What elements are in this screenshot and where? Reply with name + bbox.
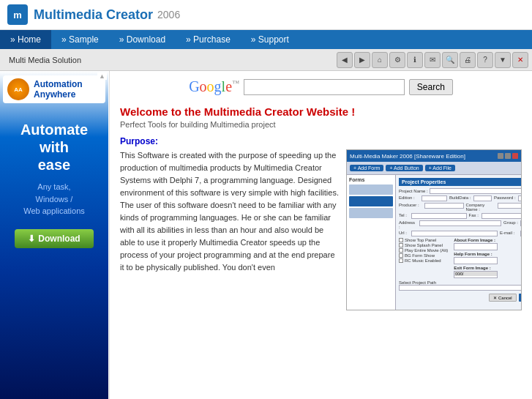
ad-sub-text: Any task,Windows /Web applications: [23, 181, 85, 217]
sw-password-field[interactable]: [518, 195, 522, 201]
sw-checkbox-row-5: RC Music Enabled: [399, 258, 448, 263]
content-pane: Google™ Search Welcome to the Multimedia…: [110, 71, 532, 399]
sw-show-splash-checkbox[interactable]: [399, 243, 403, 247]
google-search-button[interactable]: Search: [409, 79, 453, 95]
sw-tel-label: Tel :: [399, 213, 409, 219]
sw-edition-field[interactable]: [422, 195, 447, 201]
ad-banner: ▲ AA Automation Anywhere Automatewitheas…: [0, 71, 108, 399]
sw-close-icon: [512, 153, 518, 159]
sw-forms-panel: Forms: [347, 175, 396, 310]
welcome-sub: Perfect Tools for building Multimedia pr…: [120, 120, 522, 129]
down-button[interactable]: ▼: [495, 52, 511, 68]
ad-center-text: Automatewithease: [20, 121, 88, 174]
nav-download[interactable]: » Download: [109, 30, 176, 49]
title-bar: m Multimedia Creator 2006: [0, 0, 532, 30]
main-area: ▲ AA Automation Anywhere Automatewitheas…: [0, 71, 532, 399]
sw-checkbox-row-3: Play Entire Movie (Alt): [399, 248, 448, 253]
sw-ok-button[interactable]: ✓ Ok: [519, 294, 522, 302]
nav-sample[interactable]: » Sample: [51, 30, 109, 49]
content-body: This Software is created with the purpos…: [120, 149, 522, 310]
nav-bar: » Home » Sample » Download » Purchase » …: [0, 30, 532, 49]
sw-bg-form-checkbox[interactable]: [399, 253, 403, 258]
sw-add-form-btn[interactable]: + Add Form: [350, 165, 383, 171]
sw-path-field[interactable]: [399, 285, 522, 291]
sw-form-item[interactable]: [349, 184, 393, 195]
help-button[interactable]: ?: [477, 52, 493, 68]
ad-download-button[interactable]: ⬇ Download: [15, 229, 93, 248]
sw-producer-field[interactable]: [424, 203, 464, 209]
sw-max-icon: [505, 153, 511, 159]
sw-music-checkbox[interactable]: [399, 258, 403, 263]
sw-builddate-field[interactable]: [473, 195, 492, 201]
sw-title-text: Multi-Media Maker 2006 [Shareware Editio…: [350, 153, 465, 160]
info-button[interactable]: ℹ: [407, 52, 423, 68]
google-search-input[interactable]: [244, 79, 405, 95]
sw-exit-image-field[interactable]: 00/0/: [454, 271, 498, 278]
sw-panel-title: Forms: [349, 177, 393, 182]
sw-company-field[interactable]: [498, 203, 522, 209]
sw-about-label: About Form Image :: [454, 238, 498, 242]
sw-properties-title: Project Properties: [399, 178, 522, 186]
nav-home[interactable]: » Home: [0, 30, 51, 49]
sw-email-field[interactable]: 00/0/: [520, 231, 522, 236]
sw-action-buttons: ✕ Cancel ✓ Ok: [399, 294, 522, 302]
sw-exit-label: Exit Form Image :: [454, 266, 498, 270]
sw-password-label: Password :: [494, 195, 516, 201]
app-year: 2006: [157, 9, 180, 20]
print-button[interactable]: 🖨: [460, 52, 476, 68]
ad-corner[interactable]: ▲: [97, 72, 107, 80]
ad-brand: Automation Anywhere: [34, 79, 83, 100]
settings-button[interactable]: ⚙: [389, 52, 405, 68]
sw-about-image-field[interactable]: [454, 243, 498, 250]
sw-edition-label: Edition :: [399, 195, 419, 201]
app-logo: m: [7, 4, 28, 25]
software-screenshot: Multi-Media Maker 2006 [Shareware Editio…: [346, 149, 522, 310]
sw-tel-field[interactable]: [411, 213, 467, 219]
ad-logo: AA: [7, 78, 29, 100]
sw-properties-panel: Project Properties Project Name : Editio…: [396, 175, 522, 310]
nav-support[interactable]: » Support: [241, 30, 299, 49]
sw-company-label: Company Name :: [466, 203, 495, 212]
sw-form-item-selected[interactable]: [349, 196, 393, 206]
sw-min-icon: [498, 153, 503, 159]
sw-toolbar: + Add Form + Add Button + Add File: [347, 162, 521, 175]
ad-top: AA Automation Anywhere: [3, 75, 105, 103]
sw-checkbox-row-2: Show Splash Panel: [399, 243, 448, 247]
google-search-bar: Google™ Search: [120, 78, 522, 95]
sw-address-label: Address :: [399, 220, 417, 229]
sw-address-field[interactable]: [419, 220, 501, 226]
sw-help-label: Help Form Image :: [454, 252, 498, 256]
close-button[interactable]: ✕: [512, 52, 528, 68]
nav-purchase[interactable]: » Purchase: [176, 30, 241, 49]
purpose-label: Purpose:: [120, 136, 522, 146]
welcome-heading: Welcome to the Multimedia Creator Websit…: [120, 105, 522, 118]
sw-proj-name-field[interactable]: [430, 188, 522, 194]
sw-group-field[interactable]: [520, 220, 522, 226]
sw-add-button-btn[interactable]: + Add Button: [386, 165, 422, 171]
sw-body: Forms Project Properties Project Name : …: [347, 175, 521, 310]
sw-group-label: Group :: [503, 220, 518, 229]
sw-form-item-2[interactable]: [349, 208, 393, 218]
sw-add-file-btn[interactable]: + Add File: [425, 165, 455, 171]
back-button[interactable]: ◀: [337, 52, 353, 68]
download-arrow-icon: ⬇: [28, 234, 35, 244]
sw-title-bar: Multi-Media Maker 2006 [Shareware Editio…: [347, 150, 521, 162]
forward-button[interactable]: ▶: [354, 52, 370, 68]
sw-fax-field[interactable]: [482, 213, 522, 219]
sw-proj-name-label: Project Name :: [399, 189, 428, 193]
app-title: Multimedia Creator: [34, 7, 153, 23]
sw-proj-name-row: Project Name :: [399, 188, 522, 194]
sw-cancel-button[interactable]: ✕ Cancel: [489, 294, 516, 302]
sw-email-label: E-mail :: [500, 231, 518, 236]
toolbar-buttons: ◀ ▶ ⌂ ⚙ ℹ ✉ 🔍 🖨 ? ▼ ✕: [336, 52, 529, 68]
home-button[interactable]: ⌂: [372, 52, 388, 68]
sw-play-movie-checkbox[interactable]: [399, 248, 403, 253]
mail-button[interactable]: ✉: [424, 52, 441, 68]
sw-show-top-checkbox[interactable]: [399, 238, 403, 242]
search-button[interactable]: 🔍: [442, 52, 458, 68]
google-logo: Google™: [189, 78, 239, 95]
sw-checkbox-row-4: BG Form Show: [399, 253, 448, 258]
toolbar-label: Multi Media Solution: [3, 56, 336, 64]
sw-help-image-field[interactable]: [454, 257, 498, 264]
sw-url-field[interactable]: [411, 231, 498, 236]
